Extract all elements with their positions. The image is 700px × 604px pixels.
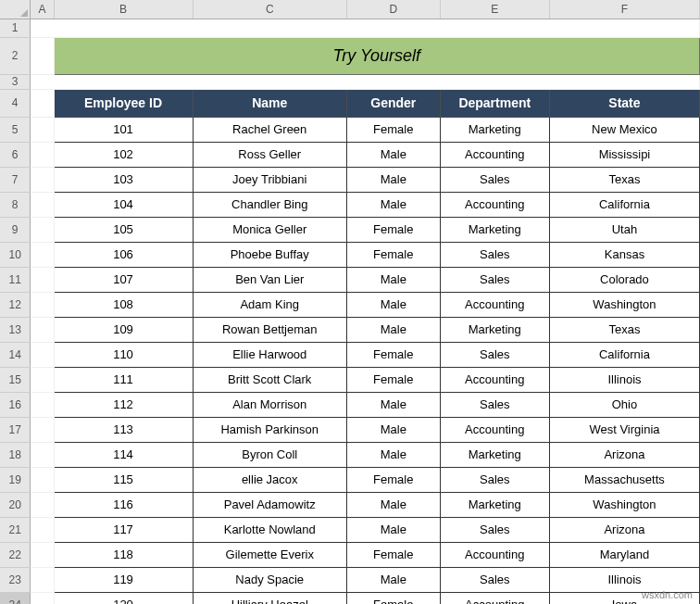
cell-dept[interactable]: Marketing — [440, 317, 549, 342]
col-header-A[interactable]: A — [31, 0, 54, 19]
cell[interactable] — [31, 542, 54, 567]
cell-gender[interactable]: Male — [346, 267, 440, 292]
cell-dept[interactable]: Accounting — [440, 592, 549, 604]
cell-state[interactable]: California — [549, 342, 699, 367]
cell-id[interactable]: 112 — [54, 392, 193, 417]
col-header-D[interactable]: D — [346, 0, 440, 19]
cell[interactable] — [31, 467, 54, 492]
cell-gender[interactable]: Male — [346, 517, 440, 542]
cell[interactable] — [31, 117, 54, 142]
col-header-F[interactable]: F — [549, 0, 699, 19]
title-cell[interactable]: Try Yourself — [54, 37, 699, 74]
cell-state[interactable]: Arizona — [549, 442, 699, 467]
cell-gender[interactable]: Male — [346, 567, 440, 592]
cell-gender[interactable]: Male — [346, 492, 440, 517]
cell[interactable] — [31, 342, 54, 367]
row-header[interactable]: 18 — [0, 442, 31, 467]
cell-gender[interactable]: Female — [346, 117, 440, 142]
cell-gender[interactable]: Male — [346, 317, 440, 342]
cell-dept[interactable]: Sales — [440, 167, 549, 192]
cell-gender[interactable]: Female — [346, 242, 440, 267]
row-header[interactable]: 5 — [0, 117, 31, 142]
cell-state[interactable]: Texas — [549, 317, 699, 342]
cell-id[interactable]: 106 — [54, 242, 193, 267]
col-header-E[interactable]: E — [440, 0, 549, 19]
row-header[interactable]: 13 — [0, 317, 31, 342]
row-header[interactable]: 11 — [0, 267, 31, 292]
cell-gender[interactable]: Male — [346, 417, 440, 442]
cell-dept[interactable]: Accounting — [440, 142, 549, 167]
header-gender[interactable]: Gender — [346, 89, 440, 117]
row-header[interactable]: 15 — [0, 367, 31, 392]
cell-gender[interactable]: Male — [346, 392, 440, 417]
cell-id[interactable]: 102 — [54, 142, 193, 167]
cell[interactable] — [31, 242, 54, 267]
cell-state[interactable]: Kansas — [549, 242, 699, 267]
cell-state[interactable]: Texas — [549, 167, 699, 192]
cell[interactable] — [31, 392, 54, 417]
cell-state[interactable]: California — [549, 192, 699, 217]
cell-id[interactable]: 107 — [54, 267, 193, 292]
row-header[interactable]: 17 — [0, 417, 31, 442]
header-emp-id[interactable]: Employee ID — [54, 89, 193, 117]
row-header[interactable]: 1 — [0, 19, 31, 37]
cell-gender[interactable]: Male — [346, 442, 440, 467]
cell-state[interactable]: West Virginia — [549, 417, 699, 442]
cell-gender[interactable]: Female — [346, 467, 440, 492]
cell-id[interactable]: 116 — [54, 492, 193, 517]
cell-dept[interactable]: Sales — [440, 392, 549, 417]
cell-state[interactable]: Ohio — [549, 392, 699, 417]
cell-name[interactable]: Britt Scott Clark — [193, 367, 346, 392]
cell-name[interactable]: Rowan Bettjeman — [193, 317, 346, 342]
cell[interactable] — [31, 417, 54, 442]
cell-dept[interactable]: Sales — [440, 267, 549, 292]
cell-name[interactable]: Byron Coll — [193, 442, 346, 467]
cell[interactable] — [31, 292, 54, 317]
cell-id[interactable]: 111 — [54, 367, 193, 392]
cell-dept[interactable]: Accounting — [440, 542, 549, 567]
cell-dept[interactable]: Marketing — [440, 492, 549, 517]
cell-dept[interactable]: Sales — [440, 567, 549, 592]
cell-name[interactable]: Ross Geller — [193, 142, 346, 167]
cell-state[interactable]: New Mexico — [549, 117, 699, 142]
row-header[interactable]: 14 — [0, 342, 31, 367]
cell-id[interactable]: 103 — [54, 167, 193, 192]
cell[interactable] — [31, 592, 54, 604]
cell[interactable] — [31, 367, 54, 392]
cell-dept[interactable]: Sales — [440, 517, 549, 542]
cell-id[interactable]: 110 — [54, 342, 193, 367]
col-header-C[interactable]: C — [193, 0, 346, 19]
cell[interactable] — [31, 267, 54, 292]
row-header[interactable]: 8 — [0, 192, 31, 217]
cell-name[interactable]: Karlotte Nowland — [193, 517, 346, 542]
cell[interactable] — [31, 167, 54, 192]
cell-id[interactable]: 118 — [54, 542, 193, 567]
cell-gender[interactable]: Female — [346, 342, 440, 367]
cell[interactable] — [31, 492, 54, 517]
cell-gender[interactable]: Female — [346, 542, 440, 567]
row-header[interactable]: 9 — [0, 217, 31, 242]
cell-id[interactable]: 120 — [54, 592, 193, 604]
cell-name[interactable]: Ben Van Lier — [193, 267, 346, 292]
cell-state[interactable]: Maryland — [549, 542, 699, 567]
cell-dept[interactable]: Marketing — [440, 442, 549, 467]
cell-dept[interactable]: Sales — [440, 242, 549, 267]
cell-name[interactable]: Gilemette Everix — [193, 542, 346, 567]
cell-dept[interactable]: Sales — [440, 467, 549, 492]
row-header[interactable]: 10 — [0, 242, 31, 267]
cell-name[interactable]: Pavel Adamowitz — [193, 492, 346, 517]
select-all-cell[interactable] — [0, 0, 31, 19]
row-header[interactable]: 21 — [0, 517, 31, 542]
cell-gender[interactable]: Male — [346, 142, 440, 167]
cell-dept[interactable]: Accounting — [440, 192, 549, 217]
row-header[interactable]: 19 — [0, 467, 31, 492]
cell-dept[interactable]: Accounting — [440, 417, 549, 442]
cell[interactable] — [31, 37, 54, 74]
row-header[interactable]: 4 — [0, 89, 31, 117]
cell-id[interactable]: 117 — [54, 517, 193, 542]
row-header[interactable]: 6 — [0, 142, 31, 167]
cell-gender[interactable]: Male — [346, 192, 440, 217]
cell-dept[interactable]: Sales — [440, 342, 549, 367]
header-name[interactable]: Name — [193, 89, 346, 117]
cell-id[interactable]: 109 — [54, 317, 193, 342]
